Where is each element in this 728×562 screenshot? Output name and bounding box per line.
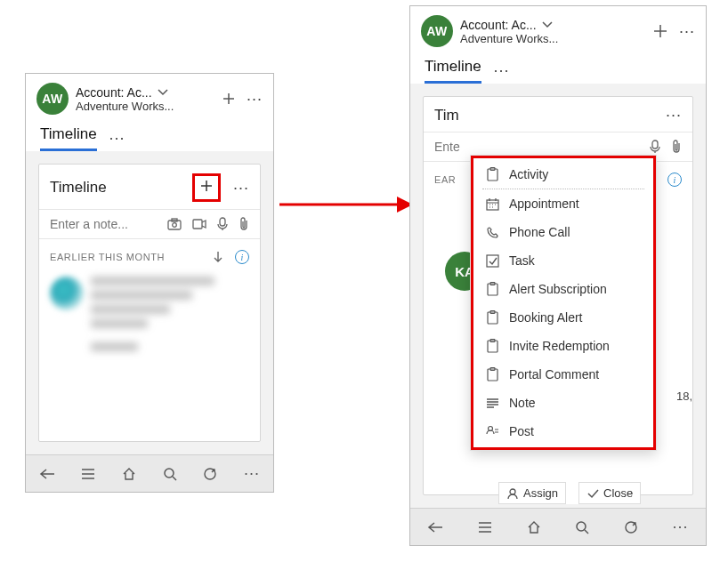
camera-icon[interactable] [167, 218, 182, 230]
note-input[interactable] [50, 217, 150, 231]
dropdown-highlight: ActivityAppointmentPhone CallTaskAlert S… [471, 156, 656, 450]
svg-rect-3 [193, 220, 202, 229]
blurred-avatar [50, 277, 84, 310]
date-fragment: 18, [676, 389, 692, 403]
menu-item-label: Post [509, 424, 534, 438]
phone-mock-left: AW Account: Ac... Adventure Works... ···… [25, 73, 274, 493]
tab-timeline[interactable]: Timeline [40, 125, 97, 151]
search-icon[interactable] [575, 520, 589, 534]
card-more-icon[interactable]: ··· [666, 106, 682, 124]
menu-item-post[interactable]: Post [473, 417, 653, 446]
menu-item-booking-alert[interactable]: Booking Alert [473, 303, 653, 332]
menu-item-task[interactable]: Task [473, 246, 653, 275]
page-title: Account: Ac... [460, 18, 537, 32]
close-button[interactable]: Close [578, 482, 641, 504]
post-icon [484, 425, 500, 438]
tabs-more-icon[interactable]: ··· [494, 61, 510, 80]
nav-more-icon[interactable]: ··· [673, 518, 689, 536]
menu-item-label: Phone Call [509, 225, 570, 239]
clipboard-icon [484, 339, 500, 353]
menu-icon[interactable] [478, 522, 492, 533]
header: AW Account: Ac... Adventure Works... ··· [26, 74, 273, 120]
card-title-fragment: Tim [434, 107, 459, 124]
arrow-icon [279, 194, 413, 215]
video-icon[interactable] [192, 219, 206, 229]
target-icon[interactable] [203, 467, 217, 481]
menu-item-label: Alert Subscription [509, 282, 607, 296]
section-header-fragment: EAR [434, 174, 456, 185]
menu-item-label: Note [509, 396, 536, 410]
clipboard-icon [484, 167, 500, 181]
menu-item-activity[interactable]: Activity [473, 160, 653, 189]
svg-rect-4 [220, 218, 225, 226]
note-row [39, 210, 260, 239]
account-avatar: AW [421, 15, 453, 47]
bottom-nav: ··· [26, 454, 273, 492]
content-area: Timeline ··· [26, 151, 273, 454]
add-activity-button[interactable] [198, 178, 214, 194]
header: AW Account: Ac... Adventure Works... ··· [410, 6, 706, 52]
nav-more-icon[interactable]: ··· [244, 464, 260, 483]
chevron-down-icon[interactable] [542, 21, 553, 28]
activity-menu: ActivityAppointmentPhone CallTaskAlert S… [470, 155, 657, 451]
info-icon[interactable]: i [667, 173, 682, 187]
quick-actions: Assign Close [498, 482, 641, 504]
microphone-icon[interactable] [650, 140, 660, 154]
search-icon[interactable] [163, 467, 177, 481]
clipboard-icon [484, 282, 500, 296]
svg-point-10 [577, 522, 586, 531]
menu-item-label: Booking Alert [509, 310, 583, 325]
target-icon[interactable] [624, 520, 638, 534]
menu-item-appointment[interactable]: Appointment [473, 189, 653, 218]
blurred-activity [39, 268, 260, 360]
close-label: Close [603, 486, 633, 500]
menu-item-label: Portal Comment [509, 367, 599, 381]
menu-item-phone-call[interactable]: Phone Call [473, 218, 653, 246]
account-avatar: AW [36, 83, 69, 115]
menu-item-portal-comment[interactable]: Portal Comment [473, 360, 653, 389]
menu-item-note[interactable]: Note [473, 389, 653, 417]
assign-label: Assign [523, 486, 558, 500]
phone-icon [484, 226, 500, 239]
timeline-card: Timeline ··· [38, 164, 261, 442]
plus-icon[interactable] [652, 23, 668, 39]
home-icon[interactable] [527, 520, 541, 534]
note-fragment: Ente [434, 140, 460, 154]
more-icon[interactable]: ··· [679, 22, 695, 41]
menu-item-alert-subscription[interactable]: Alert Subscription [473, 275, 653, 303]
more-icon[interactable]: ··· [247, 90, 263, 108]
calendar-icon [484, 197, 500, 211]
attachment-icon[interactable] [671, 140, 682, 154]
clipboard-icon [484, 367, 500, 381]
microphone-icon[interactable] [217, 217, 228, 231]
menu-item-label: Appointment [509, 197, 579, 211]
info-icon[interactable]: i [235, 250, 249, 264]
page-title: Account: Ac... [76, 85, 152, 100]
menu-item-invite-redemption[interactable]: Invite Redemption [473, 332, 653, 360]
menu-item-label: Task [509, 253, 535, 268]
title-block: Account: Ac... Adventure Works... [460, 18, 645, 45]
assign-button[interactable]: Assign [498, 482, 566, 504]
back-icon[interactable] [427, 521, 443, 534]
note-icon [484, 397, 500, 409]
tab-timeline[interactable]: Timeline [425, 58, 481, 84]
attachment-icon[interactable] [239, 217, 249, 231]
svg-rect-9 [652, 140, 658, 149]
menu-icon[interactable] [81, 469, 95, 479]
back-icon[interactable] [39, 468, 55, 480]
home-icon[interactable] [122, 467, 136, 481]
title-block: Account: Ac... Adventure Works... [76, 85, 214, 113]
sort-down-icon[interactable] [212, 250, 224, 264]
card-title: Timeline [50, 179, 107, 197]
tabs-more-icon[interactable]: ··· [109, 129, 125, 148]
page-subtitle: Adventure Works... [76, 100, 214, 113]
svg-rect-15 [487, 255, 498, 267]
menu-item-label: Invite Redemption [509, 339, 610, 353]
svg-point-5 [165, 469, 174, 478]
card-more-icon[interactable]: ··· [233, 179, 249, 197]
check-icon [484, 254, 500, 268]
chevron-down-icon[interactable] [158, 89, 168, 96]
plus-icon[interactable] [222, 92, 236, 106]
tabs: Timeline ··· [26, 120, 273, 151]
section-header: EARLIER THIS MONTH [50, 252, 165, 262]
